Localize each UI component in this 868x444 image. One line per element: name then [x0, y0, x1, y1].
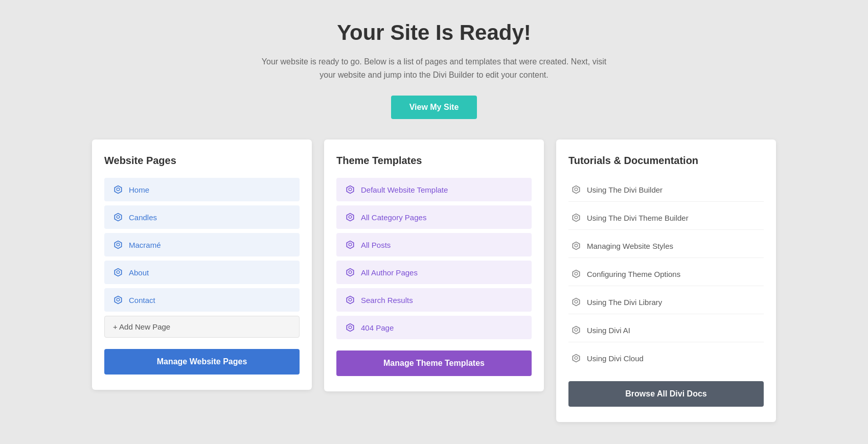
website-pages-card: Website Pages Home Candles Macramé About…	[92, 139, 312, 390]
template-label: All Category Pages	[361, 213, 426, 222]
manage-pages-button[interactable]: Manage Website Pages	[104, 349, 300, 375]
add-new-page-label: + Add New Page	[113, 322, 170, 331]
divi-icon	[345, 294, 356, 306]
tutorials-card: Tutorials & Documentation Using The Divi…	[556, 139, 776, 422]
template-item[interactable]: All Author Pages	[336, 261, 532, 284]
cards-container: Website Pages Home Candles Macramé About…	[76, 139, 792, 422]
template-item[interactable]: All Posts	[336, 233, 532, 256]
add-new-page-item[interactable]: + Add New Page	[104, 316, 300, 338]
manage-templates-button[interactable]: Manage Theme Templates	[336, 350, 532, 376]
template-item[interactable]: 404 Page	[336, 316, 532, 339]
doc-item[interactable]: Using Divi Cloud	[568, 346, 764, 370]
divi-icon	[570, 212, 582, 223]
doc-item[interactable]: Using The Divi Library	[568, 290, 764, 314]
divi-icon	[345, 267, 356, 278]
page-title: Your Site Is Ready!	[255, 20, 613, 45]
page-label: About	[129, 268, 149, 277]
divi-icon	[112, 212, 124, 223]
page-label: Home	[129, 185, 149, 194]
divi-icon	[570, 296, 582, 308]
divi-icon	[112, 184, 124, 195]
doc-item[interactable]: Using The Divi Theme Builder	[568, 206, 764, 230]
doc-item[interactable]: Using The Divi Builder	[568, 178, 764, 202]
page-item[interactable]: Contact	[104, 288, 300, 312]
divi-icon	[112, 239, 124, 250]
divi-icon	[345, 184, 356, 195]
templates-list: Default Website Template All Category Pa…	[336, 178, 532, 339]
theme-templates-card: Theme Templates Default Website Template…	[324, 139, 544, 391]
browse-docs-button[interactable]: Browse All Divi Docs	[568, 381, 764, 407]
doc-item[interactable]: Using Divi AI	[568, 318, 764, 342]
divi-icon	[570, 240, 582, 251]
doc-label: Managing Website Styles	[587, 242, 673, 250]
divi-icon	[345, 322, 356, 333]
header: Your Site Is Ready! Your website is read…	[255, 20, 613, 119]
template-item[interactable]: All Category Pages	[336, 205, 532, 229]
docs-list: Using The Divi Builder Using The Divi Th…	[568, 178, 764, 370]
website-pages-title: Website Pages	[104, 155, 300, 167]
doc-item[interactable]: Configuring Theme Options	[568, 262, 764, 286]
doc-item[interactable]: Managing Website Styles	[568, 234, 764, 258]
page-label: Macramé	[129, 241, 161, 249]
template-label: All Author Pages	[361, 268, 418, 277]
doc-label: Configuring Theme Options	[587, 270, 680, 278]
page-item[interactable]: Macramé	[104, 233, 300, 256]
doc-label: Using Divi AI	[587, 326, 630, 335]
divi-icon	[112, 294, 124, 306]
divi-icon	[570, 184, 582, 195]
theme-templates-title: Theme Templates	[336, 155, 532, 167]
doc-label: Using The Divi Library	[587, 298, 662, 307]
doc-label: Using The Divi Builder	[587, 185, 663, 194]
tutorials-title: Tutorials & Documentation	[568, 155, 764, 167]
template-label: 404 Page	[361, 323, 394, 332]
header-description: Your website is ready to go. Below is a …	[255, 55, 613, 81]
pages-list: Home Candles Macramé About Contact+ Add …	[104, 178, 300, 338]
page-item[interactable]: About	[104, 261, 300, 284]
divi-icon	[570, 268, 582, 279]
page-label: Contact	[129, 296, 155, 305]
doc-label: Using Divi Cloud	[587, 354, 644, 363]
page-label: Candles	[129, 213, 157, 222]
page-item[interactable]: Home	[104, 178, 300, 201]
divi-icon	[112, 267, 124, 278]
template-label: Search Results	[361, 296, 413, 305]
divi-icon	[570, 353, 582, 364]
view-site-button[interactable]: View My Site	[391, 96, 477, 119]
doc-label: Using The Divi Theme Builder	[587, 214, 689, 222]
page-item[interactable]: Candles	[104, 205, 300, 229]
divi-icon	[345, 239, 356, 250]
template-label: All Posts	[361, 241, 391, 249]
template-label: Default Website Template	[361, 185, 448, 194]
divi-icon	[570, 324, 582, 336]
divi-icon	[345, 212, 356, 223]
template-item[interactable]: Search Results	[336, 288, 532, 312]
template-item[interactable]: Default Website Template	[336, 178, 532, 201]
